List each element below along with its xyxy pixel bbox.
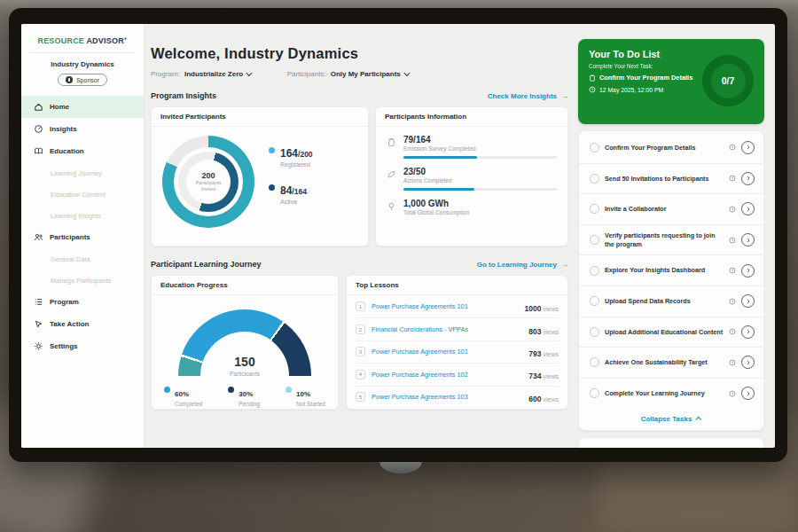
registered-dot-icon (269, 147, 275, 153)
chevron-right-icon (745, 175, 752, 182)
lesson-link[interactable]: Power Purchase Agreements 101 (372, 348, 522, 356)
task-checkbox[interactable] (590, 174, 599, 184)
clock-icon (729, 144, 736, 151)
sidebar-item-home[interactable]: Home (21, 96, 144, 118)
chevron-up-icon (696, 417, 702, 423)
sidebar-item-education-content[interactable]: Education Content (21, 184, 144, 205)
top-lessons-card: Top Lessons 1 Power Purchase Agreements … (346, 275, 568, 410)
program-filter[interactable]: Program: Industrialize Zero (151, 70, 252, 78)
page-title: Welcome, Industry Dynamics (151, 45, 568, 62)
task-item[interactable]: Send 50 Invitations to Participants (579, 163, 763, 194)
clock-icon (729, 390, 736, 397)
task-chevron-button[interactable] (741, 356, 755, 369)
lesson-row: 3 Power Purchase Agreements 101 793views (356, 340, 559, 363)
lesson-row: 1 Power Purchase Agreements 101 1000view… (356, 295, 559, 317)
lesson-link[interactable]: Power Purchase Agreements 101 (372, 302, 519, 310)
main-content: Welcome, Industry Dynamics Program: Indu… (145, 24, 578, 448)
task-chevron-button[interactable] (741, 202, 755, 215)
lesson-row: 2 Financial Considerations - VPPAs 803vi… (356, 317, 559, 340)
sidebar-item-participants[interactable]: Participants (21, 226, 144, 248)
sidebar-item-manage-participants[interactable]: Manage Participants (21, 270, 144, 291)
task-chevron-button[interactable] (741, 325, 755, 339)
legend-active: 84164 Active (269, 182, 313, 205)
sponsor-badge[interactable]: Sponsor (58, 74, 107, 86)
task-chevron-button[interactable] (741, 172, 755, 185)
collapse-tasks-link[interactable]: Collapse Tasks (579, 408, 763, 426)
go-to-learning-journey-link[interactable]: Go to Learning Journey → (477, 261, 568, 269)
task-checkbox[interactable] (590, 388, 599, 398)
task-checkbox[interactable] (590, 143, 599, 153)
lesson-link[interactable]: Power Purchase Agreements 103 (372, 393, 522, 401)
task-checkbox[interactable] (590, 235, 599, 245)
participants-information-card: Participants Information 79/164 Emission… (375, 106, 568, 246)
gauge-center-label: Participants (200, 371, 289, 376)
clock-icon (729, 175, 736, 182)
chevron-right-icon (745, 328, 752, 335)
card-title: Invited Participants (152, 107, 368, 127)
active-dot-icon (269, 184, 275, 191)
sidebar: RESOURCE ADVISOR+ Industry Dynamics Spon… (21, 24, 145, 448)
task-chevron-button[interactable] (741, 294, 755, 308)
sidebar-item-program[interactable]: Program (21, 291, 144, 313)
clock-icon (729, 359, 736, 366)
task-chevron-button[interactable] (741, 264, 755, 278)
sidebar-nav: Home Insights Education Learning Journey… (21, 96, 144, 357)
logo-advisor: ADVISOR (86, 36, 123, 45)
not-started-dot-icon (286, 387, 292, 393)
recent-news-card: Recent News (578, 437, 764, 448)
insights-icon (34, 124, 43, 134)
clipboard-icon (589, 74, 596, 82)
sidebar-item-learning-journey[interactable]: Learning Journey (21, 162, 144, 184)
bulb-icon (387, 201, 396, 211)
education-progress-card: Education Progress 150 Participants 60% … (151, 275, 339, 410)
gear-icon (34, 341, 43, 351)
todo-progress-ring: 0/7 (702, 55, 754, 106)
task-item[interactable]: Upload Spend Data Records (579, 286, 763, 317)
chevron-down-icon (246, 71, 252, 76)
participants-filter[interactable]: Participants: Only My Participants (287, 70, 410, 78)
chevron-right-icon (745, 206, 752, 213)
gauge-center-value: 150 (200, 355, 289, 369)
sidebar-item-general-data[interactable]: General Data (21, 248, 144, 270)
task-item[interactable]: Verify participants requesting to join t… (579, 224, 763, 255)
task-item[interactable]: Invite a Collaborator (579, 193, 763, 224)
chevron-right-icon (745, 298, 752, 305)
sidebar-item-take-action[interactable]: Take Action (21, 313, 144, 335)
task-item[interactable]: Explore Your Insights Dashboard (579, 254, 763, 286)
legend-completed: 60% Completed (164, 384, 202, 407)
stat-emission-survey: 79/164 Emission Survey Completed (387, 135, 557, 159)
progress-bar (403, 188, 557, 191)
section-title-learning-journey: Participant Learning Journey (151, 260, 262, 269)
sponsor-icon (66, 76, 73, 83)
task-list: Confirm Your Program Details Send 50 Inv… (578, 130, 764, 431)
task-item[interactable]: Upload Additional Educational Content (579, 317, 763, 348)
task-item[interactable]: Complete Your Learning Journey (579, 378, 763, 409)
section-title-program-insights: Program Insights (151, 91, 216, 100)
task-item[interactable]: Achieve One Sustainability Target (579, 347, 763, 378)
sidebar-item-insights[interactable]: Insights (21, 118, 144, 140)
chevron-right-icon (745, 359, 752, 366)
logo-resource: RESOURCE (37, 36, 84, 45)
task-item[interactable]: Confirm Your Program Details (579, 132, 763, 163)
task-chevron-button[interactable] (741, 387, 755, 400)
task-checkbox[interactable] (590, 327, 599, 337)
sidebar-item-education[interactable]: Education (21, 140, 144, 162)
sidebar-item-learning-insights[interactable]: Learning Insights (21, 205, 144, 226)
stat-actions-completed: 23/50 Actions Completed (387, 167, 557, 191)
clock-icon (589, 86, 596, 93)
lesson-link[interactable]: Financial Considerations - VPPAs (372, 325, 522, 333)
sidebar-item-settings[interactable]: Settings (21, 335, 144, 357)
completed-dot-icon (164, 387, 170, 393)
task-checkbox[interactable] (590, 357, 599, 367)
arrow-right-icon: → (561, 261, 568, 269)
lesson-link[interactable]: Power Purchase Agreements 102 (372, 371, 522, 379)
task-checkbox[interactable] (590, 266, 599, 276)
check-more-insights-link[interactable]: Check More Insights → (488, 92, 568, 100)
task-checkbox[interactable] (590, 204, 599, 214)
task-chevron-button[interactable] (741, 141, 755, 154)
todo-progress-count: 0/7 (722, 75, 735, 86)
leaf-icon (387, 169, 396, 179)
cursor-action-icon (34, 319, 43, 329)
task-chevron-button[interactable] (741, 233, 755, 246)
task-checkbox[interactable] (590, 296, 599, 306)
